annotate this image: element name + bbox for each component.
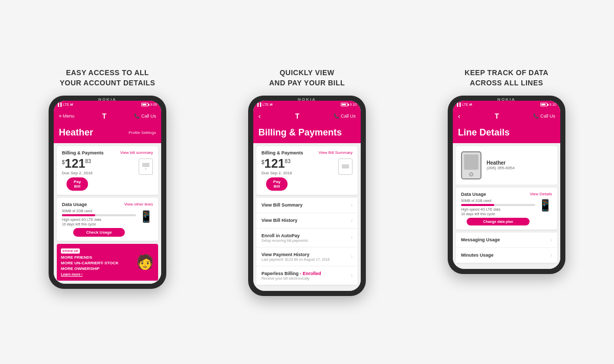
- menu-item-paperless-billing[interactable]: Paperless Billing - Enrolled Receive you…: [256, 266, 358, 285]
- phone-device-icon-3: 📱: [538, 199, 552, 212]
- menu-item-minutes-usage[interactable]: Minutes Usage ›: [456, 248, 557, 263]
- pay-bill-btn-1[interactable]: Pay Bill: [67, 177, 88, 191]
- chevron-icon-2: ›: [351, 235, 353, 240]
- enrolled-label: - Enrolled: [300, 271, 321, 276]
- phone-2: NOKIA ▌▌LTE ⇄ 9:10 ‹ T 📞 Call Us: [248, 96, 366, 296]
- chevron-icon-4: ›: [351, 272, 353, 278]
- column-3: KEEP TRACK OF DATA ACROSS ALL LINES NOKI…: [414, 68, 599, 274]
- content-3: Heather (206) 355-6354 Data Usage View D…: [453, 143, 560, 269]
- page-title-3: Line Details: [458, 127, 555, 138]
- billing-menu-list: View Bill Summary › View Bill History ›: [256, 198, 358, 285]
- headline-2: QUICKLY VIEW AND PAY YOUR BILL: [269, 68, 345, 88]
- battery-icon-1: [141, 103, 148, 106]
- chevron-icon-0: ›: [351, 202, 353, 208]
- phone-device-icon-1: 📱: [139, 210, 153, 223]
- page-wrapper: EASY ACCESS TO ALL YOUR ACCOUNT DETAILS …: [0, 58, 614, 306]
- nav-call-btn[interactable]: 📞 Call Us: [134, 113, 156, 119]
- phone-3: NOKIA ▌▌LTE ⇄ 9:10 ‹ T 📞 Call Us: [448, 96, 565, 274]
- nav-bar-1: ≡ Menu T 📞 Call Us: [54, 109, 161, 123]
- headline-1: EASY ACCESS TO ALL YOUR ACCOUNT DETAILS: [60, 68, 156, 88]
- device-icon: [461, 151, 481, 179]
- nav-menu-btn[interactable]: ≡ Menu: [59, 113, 74, 119]
- nav-logo-1: T: [102, 112, 107, 120]
- nav-call-btn-3[interactable]: 📞 Call Us: [533, 113, 555, 119]
- status-bar-3: ▌▌LTE ⇄ 9:10: [453, 101, 560, 109]
- billing-card-1: Billing & Payments View bill summary $ 1…: [57, 146, 158, 195]
- header-band-3: Line Details: [453, 123, 560, 143]
- status-bar-2: ▌▌LTE ⇄ 9:10: [253, 101, 361, 109]
- chevron-icon-1: ›: [351, 218, 353, 223]
- view-details-link[interactable]: View Details: [530, 192, 552, 196]
- pay-bill-btn-2[interactable]: Pay Bill: [266, 177, 288, 191]
- phone-brand-3: NOKIA: [497, 97, 516, 102]
- content-1: Billing & Payments View bill summary $ 1…: [54, 143, 161, 284]
- view-bill-summary-link[interactable]: View bill summary: [120, 150, 153, 155]
- phone-1: NOKIA ▌▌LTE ⇄ 9:09 ≡ Menu T 📞 Call U: [49, 96, 166, 289]
- battery-icon-2: [341, 103, 348, 106]
- contact-row: Heather (206) 355-6354: [456, 146, 557, 185]
- chevron-icon-msg: ›: [551, 237, 552, 243]
- headline-3: KEEP TRACK OF DATA ACROSS ALL LINES: [465, 68, 549, 88]
- battery-icon-3: [540, 103, 547, 106]
- nav-bar-3: ‹ T 📞 Call Us: [453, 109, 560, 123]
- phone-screen-1: ▌▌LTE ⇄ 9:09 ≡ Menu T 📞 Call Us He: [54, 101, 161, 284]
- menu-item-payment-history[interactable]: View Payment History Last payment: $123.…: [256, 247, 358, 266]
- nav-call-btn-2[interactable]: 📞 Call Us: [334, 113, 356, 119]
- check-usage-btn-1[interactable]: Check Usage: [73, 228, 125, 237]
- nav-back-btn-2[interactable]: ‹: [258, 112, 261, 120]
- billing-card-2: Billing & Payments View Bill Summary $ 1…: [256, 146, 358, 195]
- menu-item-messaging-usage[interactable]: Messaging Usage ›: [456, 233, 557, 248]
- nav-bar-2: ‹ T 📞 Call Us: [253, 109, 361, 123]
- nav-back-btn-3[interactable]: ‹: [458, 112, 461, 120]
- line-detail-menu-list: Messaging Usage › Minutes Usage ›: [456, 233, 557, 263]
- status-bar-1: ▌▌LTE ⇄ 9:09: [54, 101, 161, 109]
- chevron-icon-3: ›: [351, 254, 353, 259]
- ad-banner-1: STOCK UP MORE FRIENDS MORE UN-CARRIER® S…: [57, 244, 158, 281]
- phone-screen-3: ▌▌LTE ⇄ 9:10 ‹ T 📞 Call Us Line Details: [453, 101, 560, 269]
- bill-icon-2: [338, 158, 353, 175]
- menu-item-view-bill-history[interactable]: View Bill History ›: [256, 213, 358, 229]
- change-data-plan-btn[interactable]: Change data plan: [467, 218, 530, 225]
- data-usage-card-1: Data Usage View other lines 90MB of 2GB …: [57, 198, 158, 241]
- learn-more-link[interactable]: Learn more ›: [61, 272, 133, 277]
- bill-icon-1: ≡: [139, 158, 153, 175]
- usage-bar-fill-3: [461, 204, 494, 206]
- view-bill-summary-link-2[interactable]: View Bill Summary: [318, 150, 353, 155]
- content-2: Billing & Payments View Bill Summary $ 1…: [253, 143, 361, 291]
- data-usage-card-3: Data Usage View Details 90MB of 2GB used…: [456, 188, 557, 230]
- menu-item-view-bill-summary[interactable]: View Bill Summary ›: [256, 198, 358, 213]
- usage-bar-bg-3: [461, 204, 535, 206]
- profile-settings-link[interactable]: Profile Settings: [128, 130, 156, 135]
- header-band-1: Heather Profile Settings: [54, 123, 161, 143]
- column-1: EASY ACCESS TO ALL YOUR ACCOUNT DETAILS …: [15, 68, 200, 289]
- phone-brand-1: NOKIA: [98, 97, 117, 102]
- phone-screen-2: ▌▌LTE ⇄ 9:10 ‹ T 📞 Call Us Billing & Pay…: [253, 101, 361, 291]
- phone-brand-2: NOKIA: [298, 97, 316, 102]
- usage-bar-fill-1: [62, 214, 95, 216]
- view-other-lines-link[interactable]: View other lines: [124, 202, 153, 207]
- nav-logo-3: T: [495, 112, 499, 120]
- chevron-icon-min: ›: [551, 253, 552, 258]
- column-2: QUICKLY VIEW AND PAY YOUR BILL NOKIA ▌▌L…: [215, 68, 399, 295]
- stock-badge: STOCK UP: [61, 248, 80, 254]
- ad-person-icon: 🧑: [136, 254, 154, 270]
- nav-logo-2: T: [295, 112, 300, 120]
- page-title-2: Billing & Payments: [258, 127, 356, 138]
- page-title-1: Heather: [59, 127, 93, 138]
- header-band-2: Billing & Payments: [253, 123, 361, 143]
- usage-bar-bg-1: [62, 214, 136, 216]
- menu-item-enroll-autopay[interactable]: Enroll in AutoPay Setup recurring bill p…: [256, 229, 358, 247]
